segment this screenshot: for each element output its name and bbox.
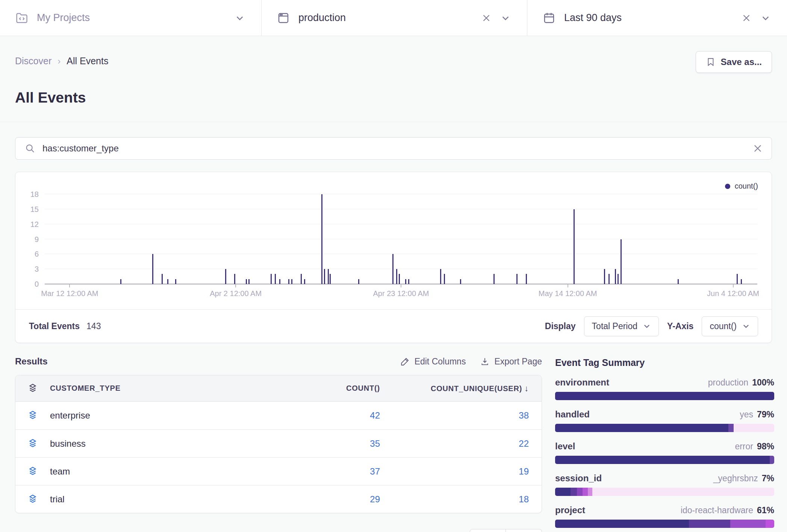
count-bar [737,274,738,284]
tag-percent: 98% [757,441,774,452]
tag-bar-segment [728,424,734,432]
tag-top-value: _yeghrsbnz [713,473,758,484]
count-unique-cell-link[interactable]: 38 [380,410,542,421]
date-range-selector[interactable]: Last 90 days [527,0,787,36]
x-axis-tick-label: Mar 12 12:00 AM [41,289,98,298]
search-clear-icon[interactable] [753,144,763,153]
chart-footer: Total Events 143 Display Total Period Y-… [15,310,772,343]
events-chart-card: count() 0369121518Mar 12 12:00 AMApr 2 1… [15,172,772,343]
stack-icon[interactable] [27,383,38,394]
count-unique-cell-link[interactable]: 18 [380,494,542,505]
edit-columns-label: Edit Columns [415,357,466,367]
y-axis-tick-label: 9 [20,235,39,243]
search-input[interactable] [42,143,753,154]
chevron-down-icon[interactable] [501,13,510,23]
tag-bar-segment [555,456,770,464]
x-axis-tick [401,284,401,287]
tag-distribution-bar[interactable] [555,424,774,432]
count-bar [405,279,406,284]
tag-summary-row: handledyes79% [555,409,774,432]
tag-name: handled [555,409,590,420]
environment-selector[interactable]: production [261,0,527,36]
tag-bar-segment [770,456,774,464]
legend-dot-icon [725,184,730,189]
stack-icon[interactable] [27,438,38,449]
table-body: enterprise4238business3522team3719trial2… [15,402,542,513]
count-bar [246,279,247,284]
count-unique-cell-link[interactable]: 19 [380,466,542,477]
chevron-down-icon [742,322,750,330]
tag-name: level [555,441,575,452]
chevron-down-icon[interactable] [761,13,770,23]
chevron-down-icon[interactable] [235,13,245,23]
count-bar [408,279,409,284]
tag-bar-segment [730,520,765,528]
count-bar [225,269,226,284]
tag-distribution-bar[interactable] [555,520,774,528]
count-bar [279,279,280,284]
count-bar [167,279,168,284]
count-unique-cell-link[interactable]: 22 [380,438,542,449]
legend-count[interactable]: count() [725,182,758,190]
y-axis-tick-label: 15 [20,205,39,213]
export-page-button[interactable]: Export Page [480,357,542,367]
yaxis-dropdown[interactable]: count() [702,316,758,336]
stack-icon[interactable] [27,410,38,421]
customer-type-cell: trial [50,494,267,505]
page-title: All Events [15,89,772,106]
clear-date-range-icon[interactable] [742,14,751,23]
count-bar [621,239,622,284]
tag-distribution-bar[interactable] [555,456,774,464]
count-bar [516,274,518,284]
app-window: My Projects production [0,0,787,532]
previous-page-button[interactable]: ‹ [470,529,506,532]
count-bar [396,269,397,284]
count-cell-link[interactable]: 42 [267,410,380,421]
sort-desc-arrow-icon: ↓ [524,384,529,393]
tag-bar-segment [555,520,689,528]
legend-label: count() [735,182,758,190]
count-bar [741,279,742,284]
tag-top-value: error [735,441,753,452]
column-header-customer-type[interactable]: CUSTOMER_TYPE [50,384,267,393]
search-bar [15,137,772,160]
yaxis-label: Y-Axis [667,321,693,331]
tag-bar-segment [588,488,592,496]
stack-icon[interactable] [27,466,38,477]
environment-selector-label: production [298,12,346,24]
breadcrumb: Discover › All Events [15,56,108,66]
tag-distribution-bar[interactable] [555,392,774,400]
pagination: ‹ › [470,529,542,532]
tag-bar-segment [555,424,728,432]
page-header: Discover › All Events Save as... All Eve… [0,36,787,122]
display-dropdown[interactable]: Total Period [584,316,659,336]
count-cell-link[interactable]: 29 [267,494,380,505]
count-bar [493,274,495,284]
date-range-label: Last 90 days [564,12,622,24]
count-bar [604,269,605,284]
next-page-button[interactable]: › [506,529,542,532]
breadcrumb-discover-link[interactable]: Discover [15,56,51,66]
x-axis-tick-label: Jun 4 12:00 AM [707,289,759,298]
tag-top-value: yes [740,410,753,420]
tag-rows: environmentproduction100%handledyes79%le… [555,377,774,528]
table-row: trial2918 [15,485,542,513]
edit-columns-button[interactable]: Edit Columns [400,357,466,367]
save-as-button[interactable]: Save as... [696,51,772,73]
project-selector[interactable]: My Projects [0,0,261,36]
top-navigation-bar: My Projects production [0,0,787,36]
count-cell-link[interactable]: 35 [267,438,380,449]
count-bar [291,279,292,284]
column-header-count-unique[interactable]: COUNT_UNIQUE(USER)↓ [380,384,542,393]
count-bar [615,269,616,284]
count-bar [608,274,610,284]
tag-distribution-bar[interactable] [555,488,774,496]
stack-icon[interactable] [27,494,38,505]
gridline [45,239,757,239]
column-header-count[interactable]: COUNT() [267,384,380,393]
count-bar [460,279,461,284]
event-tag-summary-section: Event Tag Summary environmentproduction1… [555,356,774,528]
count-bar [271,274,272,284]
count-cell-link[interactable]: 37 [267,466,380,477]
clear-environment-icon[interactable] [482,14,491,23]
